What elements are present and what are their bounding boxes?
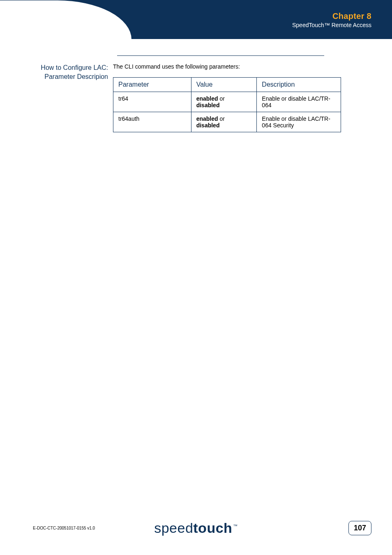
th-description: Description xyxy=(257,78,341,92)
table-row: tr64 enabled or disabled Enable or disab… xyxy=(113,92,341,112)
speedtouch-logo-light: speed xyxy=(154,520,193,536)
header-right: Chapter 8 SpeedTouch™ Remote Access xyxy=(292,12,371,28)
speedtouch-logo-bold: touch xyxy=(193,520,232,536)
th-value: Value xyxy=(191,78,257,92)
cell-desc: Enable or disable LAC/TR-064 Security xyxy=(257,112,341,132)
table-header-row: Parameter Value Description xyxy=(113,78,341,92)
section-main: The CLI command uses the following param… xyxy=(113,63,371,132)
thomson-globe-icon xyxy=(18,7,28,16)
section-side-label: How to Configure LAC: Parameter Descripi… xyxy=(0,63,113,81)
side-label-line1: How to Configure LAC: xyxy=(41,64,108,71)
cell-value: enabled or disabled xyxy=(191,112,257,132)
page-number: 107 xyxy=(348,521,371,535)
th-parameter: Parameter xyxy=(113,78,191,92)
parameter-table: Parameter Value Description tr64 enabled… xyxy=(113,77,341,132)
page-content: How to Configure LAC: Parameter Descripi… xyxy=(0,55,392,132)
speedtouch-logo: speedtouch™ xyxy=(154,520,238,536)
section-rule xyxy=(117,55,324,56)
chapter-label: Chapter 8 xyxy=(292,12,371,21)
trademark-symbol: ™ xyxy=(233,523,238,528)
side-label-line2: Parameter Descripion xyxy=(44,73,108,80)
page-footer: E-DOC-CTC-20051017-0155 v1.0 speedtouch™… xyxy=(0,516,392,540)
table-row: tr64auth enabled or disabled Enable or d… xyxy=(113,112,341,132)
thomson-brand-text: THOMSON xyxy=(7,17,38,24)
intro-text: The CLI command uses the following param… xyxy=(113,63,343,70)
chapter-subtitle: SpeedTouch™ Remote Access xyxy=(292,22,371,28)
thomson-logo: THOMSON xyxy=(7,7,38,24)
cell-desc: Enable or disable LAC/TR-064 xyxy=(257,92,341,112)
cell-value: enabled or disabled xyxy=(191,92,257,112)
cell-param: tr64auth xyxy=(113,112,191,132)
document-id: E-DOC-CTC-20051017-0155 v1.0 xyxy=(33,526,95,530)
cell-param: tr64 xyxy=(113,92,191,112)
